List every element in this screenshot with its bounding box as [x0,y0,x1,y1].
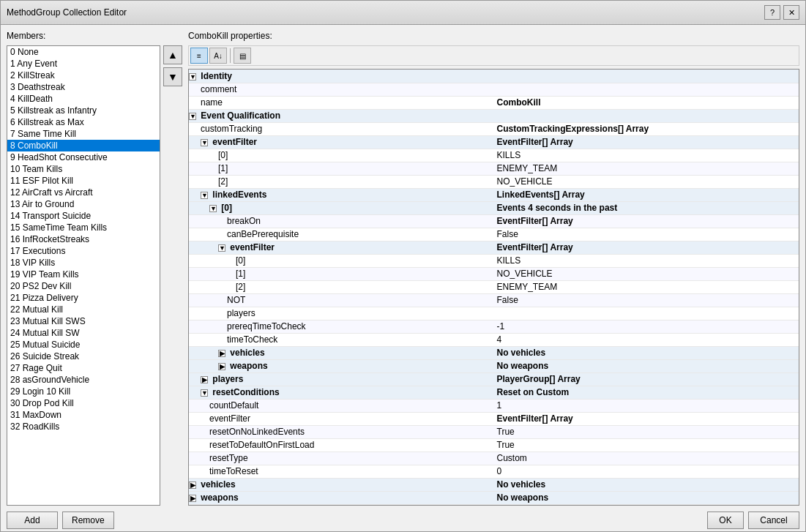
section-label: players [210,374,243,384]
member-item[interactable]: 8 ComboKill [7,140,160,151]
section-value: LinkedEvents[] Array [494,188,799,201]
expand-icon[interactable]: ▼ [201,192,208,199]
ok-button[interactable]: OK [707,512,744,529]
props-table: ▼ IdentitycommentnameComboKill▼ Event Qu… [189,70,799,505]
section-label: linkedEvents [210,190,266,200]
prop-name: players [189,307,494,320]
prop-name: resetOnNoLinkedEvents [189,425,494,438]
expand-icon[interactable]: ▶ [189,482,196,489]
prop-value: NO_VEHICLE [494,175,799,188]
member-item[interactable]: 17 Executions [7,245,160,257]
properties-page-button[interactable]: ▤ [234,48,251,64]
expand-icon[interactable]: ▼ [218,244,225,252]
prop-name: timeToReset [189,465,494,478]
expand-icon[interactable]: ▼ [201,389,208,397]
prop-value: NO_VEHICLE [494,267,799,280]
prop-name: [2] [189,175,494,188]
member-item[interactable]: 12 AirCraft vs Aircraft [7,187,160,198]
prop-value: EventFilter[] Array [494,214,799,228]
member-item[interactable]: 19 VIP Team Kills [7,269,160,280]
member-item[interactable]: 0 None [7,46,160,58]
main-dialog: MethodGroup Collection Editor ? ✕ Member… [0,0,806,532]
move-down-button[interactable]: ▼ [163,67,182,86]
move-up-button[interactable]: ▲ [163,45,182,64]
member-item[interactable]: 26 Suicide Streak [7,351,160,362]
cancel-button[interactable]: Cancel [748,512,799,529]
expand-icon[interactable]: ▶ [218,363,225,370]
prop-value: Custom [494,452,799,465]
prop-name: resetToDefaultOnFirstLoad [189,438,494,452]
props-grid[interactable]: ▼ IdentitycommentnameComboKill▼ Event Qu… [188,69,799,506]
prop-name: [1] [189,162,494,175]
member-item[interactable]: 7 Same Time Kill [7,128,160,140]
help-button[interactable]: ? [764,5,780,20]
member-item[interactable]: 20 PS2 Dev Kill [7,280,160,292]
section-label: eventFilter [228,242,275,252]
member-item[interactable]: 30 Drop Pod Kill [7,397,160,409]
member-item[interactable]: 28 asGroundVehicle [7,374,160,386]
member-item[interactable]: 13 Air to Ground [7,198,160,210]
prop-name: resetType [189,452,494,465]
member-item[interactable]: 21 Pizza Delivery [7,292,160,304]
expand-icon[interactable]: ▼ [201,139,208,146]
prop-name: countDefault [189,399,494,412]
members-list[interactable]: 0 None1 Any Event2 KillStreak3 Deathstre… [7,45,160,506]
toolbar-separator [230,48,231,63]
main-area: Members: 0 None1 Any Event2 KillStreak3 … [7,31,799,506]
section-value: EventFilter[] Array [494,135,799,149]
prop-name: breakOn [189,214,494,228]
prop-name: [2] [189,280,494,293]
prop-value: True [494,438,799,452]
expand-icon[interactable]: ▼ [189,113,196,120]
member-item[interactable]: 6 Killstreak as Max [7,116,160,128]
member-item[interactable]: 27 Rage Quit [7,362,160,374]
close-button[interactable]: ✕ [783,5,799,20]
expand-icon[interactable]: ▶ [218,350,225,357]
prop-value [494,307,799,320]
member-item[interactable]: 2 KillStreak [7,70,160,81]
prop-value: KILLS [494,254,799,267]
member-item[interactable]: 32 RoadKills [7,421,160,432]
expand-icon[interactable]: ▶ [189,495,196,502]
member-item[interactable]: 29 Login 10 Kill [7,386,160,397]
prop-value: 4 [494,333,799,346]
section-label: resetConditions [210,387,280,397]
expand-icon[interactable]: ▶ [201,376,208,383]
member-item[interactable]: 16 InfRocketStreaks [7,233,160,245]
member-item[interactable]: 5 Killstreak as Infantry [7,105,160,116]
member-item[interactable]: 24 Mutual Kill SW [7,327,160,339]
prop-value: ENEMY_TEAM [494,280,799,293]
section-value: Events 4 seconds in the past [494,201,799,214]
member-item[interactable]: 23 Mutual Kill SWS [7,315,160,327]
alphabetical-button[interactable]: A↓ [209,48,227,64]
prop-name: [1] [189,267,494,280]
section-label: vehicles [198,479,236,490]
section-value: Reset on Custom [494,386,799,399]
member-item[interactable]: 9 HeadShot Consecutive [7,151,160,163]
expand-icon[interactable]: ▼ [209,205,217,212]
member-item[interactable]: 14 Transport Suicide [7,210,160,222]
prop-name: customTracking [189,122,494,135]
prop-value: CustomTrackingExpressions[] Array [494,122,799,135]
add-button[interactable]: Add [7,512,58,529]
prop-value: ComboKill [494,96,799,109]
section-label: weapons [228,361,268,371]
member-item[interactable]: 18 VIP Kills [7,257,160,269]
members-label: Members: [7,31,160,41]
categorized-button[interactable]: ≡ [190,48,208,64]
remove-button[interactable]: Remove [62,512,114,529]
member-item[interactable]: 10 Team Kills [7,163,160,175]
member-item[interactable]: 31 MaxDown [7,409,160,421]
member-item[interactable]: 4 KillDeath [7,93,160,105]
member-item[interactable]: 3 Deathstreak [7,81,160,93]
member-item[interactable]: 15 SameTime Team Kills [7,222,160,233]
section-label: Identity [198,71,232,81]
member-item[interactable]: 22 Mutual Kill [7,304,160,315]
bottom-left-buttons: Add Remove [7,512,114,529]
prop-name: [0] [189,254,494,267]
expand-icon[interactable]: ▼ [189,73,196,80]
prop-name: canBePrerequisite [189,228,494,241]
member-item[interactable]: 11 ESF Pilot Kill [7,175,160,187]
member-item[interactable]: 25 Mutual Suicide [7,339,160,351]
member-item[interactable]: 1 Any Event [7,58,160,70]
